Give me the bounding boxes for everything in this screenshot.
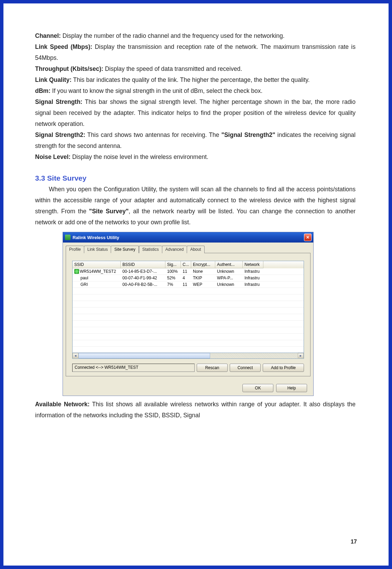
- connected-icon: [74, 269, 79, 274]
- definition-paragraph: dBm: If you want to know the signal stre…: [35, 85, 356, 96]
- table-row-empty: [73, 321, 304, 327]
- term: Signal Strength2:: [35, 131, 85, 138]
- tab-about[interactable]: About: [187, 246, 204, 253]
- close-icon[interactable]: ✕: [304, 234, 312, 241]
- cell: Unknown: [215, 281, 243, 288]
- definition-paragraph: Channel: Display the number of the radio…: [35, 30, 356, 41]
- cell: paul: [73, 275, 121, 281]
- page: Channel: Display the number of the radio…: [3, 3, 389, 566]
- page-number: 17: [351, 538, 357, 545]
- def-text: Display the noise level in the wireless …: [70, 153, 208, 160]
- column-header[interactable]: SSID: [73, 261, 121, 268]
- definition-paragraph: Link Quality: This bar indicates the qua…: [35, 74, 356, 85]
- cell: None: [191, 268, 215, 275]
- titlebar[interactable]: Ralink Wireless Utility ✕: [63, 232, 313, 243]
- connect-button[interactable]: Connect: [230, 364, 261, 372]
- bold-text: "Site Survey": [89, 208, 129, 215]
- cell: 52%: [165, 275, 181, 281]
- scroll-thumb[interactable]: [78, 353, 210, 358]
- table-row-empty: [73, 314, 304, 321]
- term: dBm:: [35, 87, 51, 94]
- add-to-profile-button[interactable]: Add to Profile: [263, 364, 304, 372]
- help-button[interactable]: Help: [276, 384, 307, 392]
- definition-paragraph: Noise Level: Display the noise level in …: [35, 151, 356, 162]
- cell: 00-07-40-F1-99-42: [121, 275, 165, 281]
- def-text: If you want to know the signal strength …: [51, 87, 263, 94]
- term: Link Quality:: [35, 76, 72, 83]
- cell: 00-A0-F8-B2-5B-...: [121, 281, 165, 288]
- def-text: This card shows two antennas for receivi…: [85, 131, 221, 138]
- column-header[interactable]: Encrypt...: [191, 261, 215, 268]
- scroll-left-icon[interactable]: ◄: [73, 353, 78, 358]
- status-text: Connected <--> WR514WM_TEST: [72, 364, 195, 372]
- cell: 00-14-85-E3-D7-...: [121, 268, 165, 275]
- table-row-empty: [73, 308, 304, 314]
- tab-link-status[interactable]: Link Status: [84, 246, 111, 253]
- term: Link Speed (Mbps):: [35, 43, 92, 50]
- cell: 11: [181, 281, 191, 288]
- scroll-track[interactable]: [78, 353, 298, 358]
- tab-profile[interactable]: Profile: [66, 246, 84, 253]
- table-row-empty: [73, 301, 304, 308]
- table-row-empty: [73, 334, 304, 340]
- term: Signal Strength:: [35, 98, 83, 105]
- network-listview[interactable]: SSIDBSSIDSig...C...Encrypt...Authent...N…: [72, 261, 304, 353]
- cell: WPA-P...: [215, 275, 243, 281]
- tabs: ProfileLink StatusSite SurveyStatisticsA…: [63, 243, 313, 253]
- section-title: Site Survey: [47, 174, 86, 182]
- section-heading: 3.3 Site Survey: [35, 174, 356, 182]
- table-row-empty: [73, 327, 304, 334]
- ok-button[interactable]: OK: [242, 384, 273, 392]
- table-row[interactable]: paul00-07-40-F1-99-4252%4TKIPWPA-P...Inf…: [73, 275, 304, 281]
- cell: WEP: [191, 281, 215, 288]
- definition-paragraph: Link Speed (Mbps): Display the transmiss…: [35, 41, 356, 63]
- rescan-button[interactable]: Rescan: [197, 364, 228, 372]
- cell: 7%: [165, 281, 181, 288]
- list-header: SSIDBSSIDSig...C...Encrypt...Authent...N…: [73, 261, 304, 268]
- tab-advanced[interactable]: Advanced: [162, 246, 187, 253]
- tab-site-survey[interactable]: Site Survey: [111, 246, 139, 253]
- table-row[interactable]: GRI00-A0-F8-B2-5B-...7%11WEPUnknownInfra…: [73, 281, 304, 288]
- term: Channel:: [35, 32, 61, 39]
- window-title: Ralink Wireless Utility: [73, 235, 304, 240]
- horizontal-scrollbar[interactable]: ◄ ►: [72, 353, 304, 359]
- definition-paragraph: Signal Strength2: This card shows two an…: [35, 129, 356, 151]
- bold-text: "Signal Strength2": [221, 131, 275, 138]
- app-icon: [65, 235, 70, 240]
- table-row[interactable]: WR514WM_TEST200-14-85-E3-D7-...100%11Non…: [73, 268, 304, 275]
- tab-statistics[interactable]: Statistics: [139, 246, 162, 253]
- def-text: Display the number of the radio channel …: [61, 32, 285, 39]
- ralink-window: Ralink Wireless Utility ✕ ProfileLink St…: [63, 232, 314, 396]
- cell: Unknown: [215, 268, 243, 275]
- column-header[interactable]: BSSID: [121, 261, 165, 268]
- definition-paragraph: Throughput (Kbits/sec): Display the spee…: [35, 63, 356, 74]
- column-header[interactable]: Sig...: [165, 261, 181, 268]
- cell: 11: [181, 268, 191, 275]
- term: Throughput (Kbits/sec):: [35, 65, 103, 72]
- cell: Infrastru: [243, 275, 263, 281]
- def-text: This bar indicates the quality of the li…: [72, 76, 310, 83]
- scroll-right-icon[interactable]: ►: [298, 353, 304, 358]
- term: Available Network:: [35, 401, 90, 408]
- cell: TKIP: [191, 275, 215, 281]
- definition-paragraph: Signal Strength: This bar shows the sign…: [35, 96, 356, 129]
- column-header[interactable]: C...: [181, 261, 191, 268]
- section-paragraph: When you open the Configuration Utility,…: [35, 184, 356, 228]
- tab-panel: SSIDBSSIDSig...C...Encrypt...Authent...N…: [66, 253, 311, 376]
- cell: Infrastru: [243, 268, 263, 275]
- available-network-paragraph: Available Network: This list shows all a…: [35, 399, 356, 421]
- term: Noise Level:: [35, 153, 70, 160]
- column-header[interactable]: Authent...: [215, 261, 243, 268]
- column-header[interactable]: Network: [243, 261, 263, 268]
- table-row-empty: [73, 294, 304, 301]
- def-text: This bar shows the signal strength level…: [35, 98, 356, 127]
- cell: WR514WM_TEST2: [73, 268, 121, 275]
- table-row-empty: [73, 288, 304, 294]
- def-text: Display the speed of data transmitted an…: [103, 65, 242, 72]
- cell: 4: [181, 275, 191, 281]
- cell: GRI: [73, 281, 121, 288]
- section-number: 3.3: [35, 174, 45, 182]
- cell: 100%: [165, 268, 181, 275]
- table-row-empty: [73, 340, 304, 347]
- cell: Infrastru: [243, 281, 263, 288]
